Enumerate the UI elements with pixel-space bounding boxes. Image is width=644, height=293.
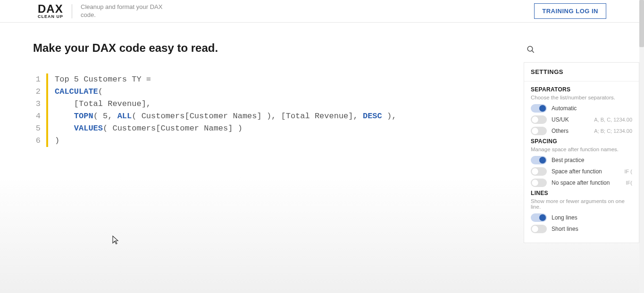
line-number: 6	[33, 135, 41, 147]
settings-body: SEPARATORSChoose the list/number separat…	[524, 81, 639, 243]
code-line[interactable]: Top 5 Customers TY =	[55, 73, 396, 86]
settings-section-title: SEPARATORS	[531, 86, 632, 93]
option-label: No space after function	[552, 179, 610, 186]
page-title: Make your DAX code easy to read.	[33, 41, 514, 55]
option-hint: A; B; C; 1234.00	[594, 128, 632, 134]
settings-section-desc: Choose the list/number separators.	[531, 95, 632, 100]
settings-option[interactable]: OthersA; B; C; 1234.00	[531, 127, 632, 135]
option-label: Automatic	[552, 105, 577, 112]
code-editor[interactable]: 123456 Top 5 Customers TY =CALCULATE( [T…	[33, 73, 514, 147]
settings-panel: SETTINGS SEPARATORSChoose the list/numbe…	[524, 62, 639, 243]
option-label: Best practice	[552, 157, 584, 163]
logo-main: DAX	[38, 3, 63, 15]
option-label: Short lines	[552, 226, 578, 232]
toggle[interactable]	[531, 225, 547, 233]
settings-option[interactable]: Short lines	[531, 225, 632, 233]
toggle[interactable]	[531, 167, 547, 176]
code-line[interactable]: VALUES( Customers[Customer Names] )	[55, 122, 396, 135]
settings-section-desc: Show more or fewer arguments on one line…	[531, 198, 632, 210]
option-label: US/UK	[552, 116, 569, 123]
toggle[interactable]	[531, 127, 547, 135]
code-body[interactable]: Top 5 Customers TY =CALCULATE( [Total Re…	[55, 73, 396, 147]
settings-section-title: LINES	[531, 190, 632, 196]
svg-line-1	[532, 50, 534, 53]
code-line[interactable]: CALCULATE(	[55, 86, 396, 98]
content: Make your DAX code easy to read. 123456 …	[33, 41, 514, 243]
option-label: Space after function	[552, 168, 602, 175]
header: DAX CLEAN UP Cleanup and format your DAX…	[0, 0, 644, 23]
option-hint: IF(	[626, 180, 632, 186]
toggle[interactable]	[531, 104, 547, 113]
search-row	[524, 41, 639, 62]
settings-option[interactable]: US/UKA, B, C, 1234.00	[531, 115, 632, 124]
option-hint: A, B, C, 1234.00	[594, 117, 632, 122]
settings-section-desc: Manage space after function names.	[531, 146, 632, 152]
side-area: SETTINGS SEPARATORSChoose the list/numbe…	[524, 41, 639, 243]
code-line[interactable]: [Total Revenue],	[55, 98, 396, 110]
line-number: 4	[33, 110, 41, 122]
settings-option[interactable]: Automatic	[531, 104, 632, 113]
toggle[interactable]	[531, 115, 547, 124]
option-hint: IF (	[625, 169, 633, 174]
tagline: Cleanup and format your DAX code.	[81, 3, 170, 19]
settings-option[interactable]: Best practice	[531, 156, 632, 164]
header-divider	[72, 4, 72, 18]
logo[interactable]: DAX CLEAN UP	[38, 3, 63, 19]
settings-header: SETTINGS	[524, 63, 639, 81]
option-label: Others	[552, 128, 569, 134]
settings-option[interactable]: Long lines	[531, 213, 632, 222]
line-number: 5	[33, 122, 41, 135]
settings-option[interactable]: No space after functionIF(	[531, 179, 632, 187]
toggle[interactable]	[531, 213, 547, 222]
training-login-button[interactable]: TRAINING LOG IN	[534, 3, 606, 19]
settings-section-title: SPACING	[531, 138, 632, 145]
code-border	[46, 73, 48, 147]
code-line[interactable]: TOPN( 5, ALL( Customers[Customer Names] …	[55, 110, 396, 122]
line-number: 1	[33, 73, 41, 86]
search-icon[interactable]	[527, 45, 535, 54]
code-gutter: 123456	[33, 73, 46, 147]
toggle[interactable]	[531, 156, 547, 164]
settings-option[interactable]: Space after functionIF (	[531, 167, 632, 176]
code-line[interactable]: )	[55, 135, 396, 147]
toggle[interactable]	[531, 179, 547, 187]
line-number: 3	[33, 98, 41, 110]
scrollbar[interactable]	[639, 0, 644, 293]
scrollbar-thumb[interactable]	[639, 0, 644, 47]
line-number: 2	[33, 86, 41, 98]
option-label: Long lines	[552, 214, 577, 221]
main: Make your DAX code easy to read. 123456 …	[0, 23, 644, 243]
svg-point-0	[527, 46, 533, 51]
logo-sub: CLEAN UP	[38, 15, 63, 19]
